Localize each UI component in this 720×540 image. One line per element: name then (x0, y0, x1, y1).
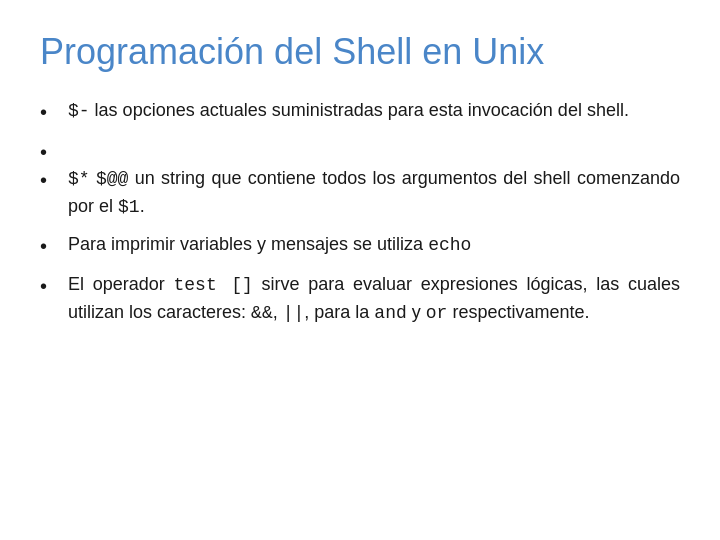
code-inline-4: echo (428, 235, 471, 255)
bullet-text-1: $- las opciones actuales suministradas p… (68, 97, 680, 125)
list-item-5: • El operador test [] sirve para evaluar… (40, 271, 680, 327)
bullet-list: • $- las opciones actuales suministradas… (40, 97, 680, 337)
bullet-dot-3: • (40, 165, 68, 195)
code-inline-5d: and (374, 303, 406, 323)
code-inline-5b: && (251, 303, 273, 323)
list-item-4: • Para imprimir variables y mensajes se … (40, 231, 680, 261)
code-inline-5e: or (426, 303, 448, 323)
slide-container: Programación del Shell en Unix • $- las … (0, 0, 720, 540)
slide-title: Programación del Shell en Unix (40, 30, 680, 73)
bullet-dot-2: • (40, 137, 68, 167)
code-inline-5c: || (283, 303, 305, 323)
code-inline-5a: test [] (173, 275, 252, 295)
code-inline-1: $- (68, 101, 90, 121)
bullet-text-5: El operador test [] sirve para evaluar e… (68, 271, 680, 327)
code-inline-3c: $1 (118, 197, 140, 217)
bullet-text-4: Para imprimir variables y mensajes se ut… (68, 231, 680, 259)
code-inline-3b: $@@ (96, 169, 128, 189)
bullet-dot-4: • (40, 231, 68, 261)
list-item: • $- las opciones actuales suministradas… (40, 97, 680, 127)
bullet-dot-5: • (40, 271, 68, 301)
code-inline-3a: $* (68, 169, 90, 189)
list-item-empty: • (40, 137, 680, 157)
bullet-dot-1: • (40, 97, 68, 127)
bullet-text-3: $* $@@ un string que contiene todos los … (68, 165, 680, 221)
list-item-3: • $* $@@ un string que contiene todos lo… (40, 165, 680, 221)
